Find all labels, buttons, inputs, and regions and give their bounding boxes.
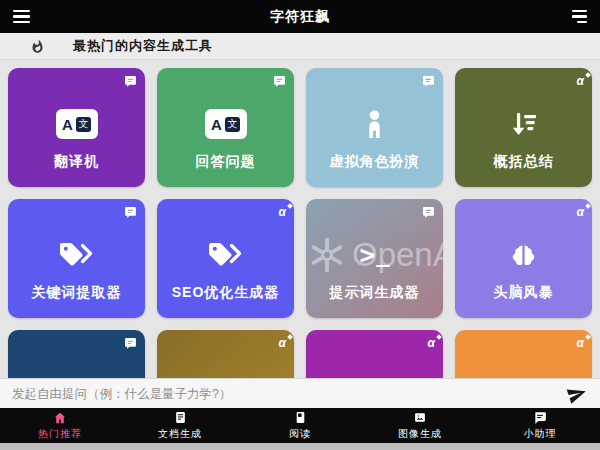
alpha-badge-icon: α bbox=[279, 337, 286, 349]
tool-card-回答问题[interactable]: A文回答问题 bbox=[157, 68, 294, 187]
tags-icon bbox=[157, 232, 294, 278]
tool-card[interactable]: α bbox=[455, 330, 592, 378]
translate-icon: A文 bbox=[157, 101, 294, 147]
nav-label: 文档生成 bbox=[158, 427, 202, 441]
tool-card-头脑风暴[interactable]: α头脑风暴 bbox=[455, 199, 592, 318]
brain-icon bbox=[455, 232, 592, 278]
app-header: 字符狂飙 bbox=[0, 0, 600, 33]
card-label: 关键词提取器 bbox=[8, 284, 145, 302]
tool-card[interactable]: α bbox=[157, 330, 294, 378]
question-input-bar bbox=[0, 378, 600, 408]
tool-card-关键词提取器[interactable]: 关键词提取器 bbox=[8, 199, 145, 318]
nav-item-热门推荐[interactable]: 热门推荐 bbox=[0, 408, 120, 443]
nav-label: 热门推荐 bbox=[38, 427, 82, 441]
translate-icon: A文 bbox=[8, 101, 145, 147]
card-label: 概括总结 bbox=[455, 153, 592, 171]
peek-icon bbox=[455, 363, 592, 378]
peek-icon bbox=[157, 363, 294, 378]
assistant-icon bbox=[533, 411, 547, 425]
alpha-badge-icon: α bbox=[577, 75, 584, 87]
chat-badge-icon bbox=[124, 75, 137, 88]
card-label: SEO优化生成器 bbox=[157, 284, 294, 302]
nav-item-阅读[interactable]: 阅读 bbox=[240, 408, 360, 443]
free-question-input[interactable] bbox=[12, 387, 558, 401]
tool-card-提示词生成器[interactable]: OpenAI>_提示词生成器 bbox=[306, 199, 443, 318]
card-label: 虚拟角色扮演 bbox=[306, 153, 443, 171]
person-icon bbox=[306, 101, 443, 147]
nav-label: 阅读 bbox=[289, 427, 311, 441]
card-label: 回答问题 bbox=[157, 153, 294, 171]
tool-card-虚拟角色扮演[interactable]: 虚拟角色扮演 bbox=[306, 68, 443, 187]
chat-badge-icon bbox=[124, 206, 137, 219]
tags-icon bbox=[8, 232, 145, 278]
app-title: 字符狂飙 bbox=[270, 8, 330, 26]
nav-label: 图像生成 bbox=[398, 427, 442, 441]
image-icon bbox=[413, 411, 427, 425]
home-icon bbox=[53, 411, 67, 425]
alpha-badge-icon: α bbox=[577, 337, 584, 349]
alpha-badge-icon: α bbox=[279, 206, 286, 218]
chat-badge-icon bbox=[422, 75, 435, 88]
card-label: 提示词生成器 bbox=[306, 284, 443, 302]
tool-card-SEO优化生成器[interactable]: αSEO优化生成器 bbox=[157, 199, 294, 318]
card-label: 头脑风暴 bbox=[455, 284, 592, 302]
section-header: 最热门的内容生成工具 bbox=[0, 33, 600, 60]
hamburger-menu-icon[interactable] bbox=[13, 10, 30, 26]
peek-icon bbox=[306, 363, 443, 378]
chat-badge-icon bbox=[422, 206, 435, 219]
summary-icon bbox=[455, 101, 592, 147]
tool-card-概括总结[interactable]: α概括总结 bbox=[455, 68, 592, 187]
alpha-badge-icon: α bbox=[428, 337, 435, 349]
tool-grid: A文翻译机A文回答问题虚拟角色扮演α概括总结关键词提取器αSEO优化生成器Ope… bbox=[0, 60, 600, 378]
nav-item-文档生成[interactable]: 文档生成 bbox=[120, 408, 240, 443]
tool-card[interactable]: α bbox=[306, 330, 443, 378]
alpha-badge-icon: α bbox=[577, 206, 584, 218]
nav-item-小助理[interactable]: 小助理 bbox=[480, 408, 600, 443]
tool-card[interactable] bbox=[8, 330, 145, 378]
peek-icon bbox=[8, 363, 145, 378]
terminal-icon: >_ bbox=[306, 232, 443, 278]
app-window: 字符狂飙 最热门的内容生成工具 A文翻译机A文回答问题虚拟角色扮演α概括总结关键… bbox=[0, 0, 600, 450]
chat-badge-icon bbox=[273, 75, 286, 88]
paper-plane-icon bbox=[564, 381, 589, 406]
book-icon bbox=[294, 411, 307, 425]
card-label: 翻译机 bbox=[8, 153, 145, 171]
nav-item-图像生成[interactable]: 图像生成 bbox=[360, 408, 480, 443]
chat-badge-icon bbox=[124, 337, 137, 350]
bottom-strip bbox=[0, 443, 600, 450]
list-menu-icon[interactable] bbox=[572, 10, 587, 26]
section-title: 最热门的内容生成工具 bbox=[73, 37, 213, 55]
document-icon bbox=[174, 411, 187, 425]
tools-scroll-area[interactable]: A文翻译机A文回答问题虚拟角色扮演α概括总结关键词提取器αSEO优化生成器Ope… bbox=[0, 60, 600, 378]
flame-icon bbox=[30, 39, 45, 54]
send-button[interactable] bbox=[566, 383, 588, 405]
tool-card-翻译机[interactable]: A文翻译机 bbox=[8, 68, 145, 187]
bottom-nav: 热门推荐文档生成阅读图像生成小助理 bbox=[0, 408, 600, 443]
nav-label: 小助理 bbox=[524, 427, 557, 441]
